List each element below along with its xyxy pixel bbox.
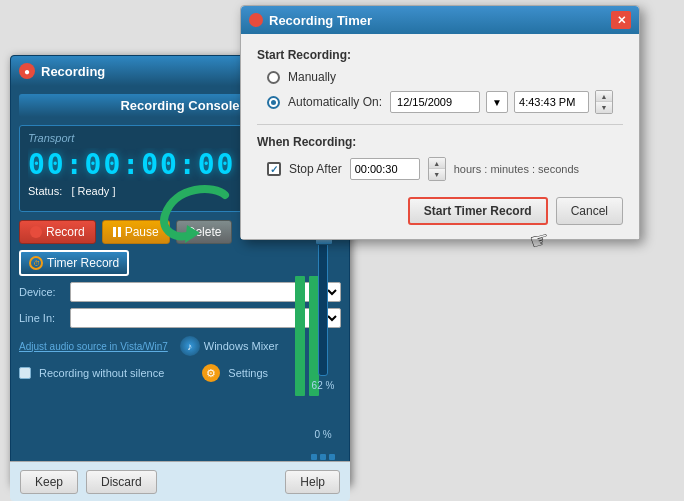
when-recording-section: When Recording: ✓ Stop After 00:00:30 ▲ … <box>257 135 623 181</box>
date-time-row: 12/15/2009 ▼ 4:43:43 PM ▲ ▼ <box>390 90 613 114</box>
timer-dialog: Recording Timer ✕ Start Recording: Manua… <box>240 5 640 240</box>
line-in-label: Line In: <box>19 312 64 324</box>
pause-label: Pause <box>125 225 159 239</box>
separator <box>257 124 623 125</box>
time-spin-up[interactable]: ▲ <box>596 91 612 102</box>
status-value: [ Ready ] <box>71 185 115 197</box>
stop-after-label: Stop After <box>289 162 342 176</box>
timer-dialog-title-left: Recording Timer <box>249 13 372 28</box>
stop-spin-down[interactable]: ▼ <box>429 169 445 180</box>
stop-after-checkbox[interactable]: ✓ <box>267 162 281 176</box>
record-icon <box>30 226 42 238</box>
device-row: Device: Line In: <box>19 282 341 328</box>
device-label: Device: <box>19 286 64 298</box>
time-input[interactable]: 4:43:43 PM <box>514 91 589 113</box>
radio-selected-dot <box>271 100 276 105</box>
help-button[interactable]: Help <box>285 470 340 494</box>
timer-dialog-body: Start Recording: Manually Automatically … <box>241 34 639 239</box>
device-field: Device: <box>19 282 341 302</box>
manually-radio-row: Manually <box>267 70 623 84</box>
adjust-audio-link[interactable]: Adjust audio source in Vista/Win7 <box>19 341 168 352</box>
status-label: Status: <box>28 185 62 197</box>
date-dropdown-btn[interactable]: ▼ <box>486 91 508 113</box>
stop-after-value: 00:00:30 <box>355 163 398 175</box>
manually-radio[interactable] <box>267 71 280 84</box>
timer-record-label: Timer Record <box>47 256 119 270</box>
stop-after-input[interactable]: 00:00:30 <box>350 158 420 180</box>
record-label: Record <box>46 225 85 239</box>
pause-icon <box>113 227 121 237</box>
silence-checkbox[interactable] <box>19 367 31 379</box>
start-timer-record-button[interactable]: Start Timer Record <box>408 197 548 225</box>
volume-percent-bottom: 0 % <box>314 429 331 440</box>
keep-button[interactable]: Keep <box>20 470 78 494</box>
automatically-label: Automatically On: <box>288 95 382 109</box>
settings-label: Settings <box>228 367 268 379</box>
timer-dialog-titlebar: Recording Timer ✕ <box>241 6 639 34</box>
dialog-buttons: Start Timer Record Cancel <box>257 197 623 225</box>
volume-percent-top: 62 % <box>312 380 335 391</box>
windows-mixer-label: Windows Mixer <box>204 340 279 352</box>
arrow-decoration <box>155 175 235 255</box>
automatically-radio-row: Automatically On: 12/15/2009 ▼ 4:43:43 P… <box>267 90 623 114</box>
hms-label: hours : minutes : seconds <box>454 163 579 175</box>
silence-row: Recording without silence ⚙ Settings <box>19 364 341 382</box>
bottom-bar: Keep Discard Help <box>10 461 350 501</box>
manually-label: Manually <box>288 70 336 84</box>
when-recording-label: When Recording: <box>257 135 623 149</box>
windows-mixer-button[interactable]: ♪ Windows Mixer <box>180 336 279 356</box>
automatically-radio[interactable] <box>267 96 280 109</box>
timer-dialog-close-button[interactable]: ✕ <box>611 11 631 29</box>
links-row: Adjust audio source in Vista/Win7 ♪ Wind… <box>19 336 341 356</box>
timer-dialog-icon <box>249 13 263 27</box>
record-button[interactable]: Record <box>19 220 96 244</box>
time-value: 4:43:43 PM <box>519 96 575 108</box>
silence-label: Recording without silence <box>39 367 164 379</box>
svg-marker-0 <box>185 225 200 243</box>
stop-after-row: ✓ Stop After 00:00:30 ▲ ▼ hours : minute… <box>267 157 623 181</box>
date-value: 12/15/2009 <box>397 96 452 108</box>
stop-spin-up[interactable]: ▲ <box>429 158 445 169</box>
time-spin-down[interactable]: ▼ <box>596 102 612 113</box>
recording-title: Recording <box>41 64 105 79</box>
discard-button[interactable]: Discard <box>86 470 157 494</box>
clock-icon: ⏱ <box>29 256 43 270</box>
start-recording-label: Start Recording: <box>257 48 623 62</box>
timer-record-button[interactable]: ⏱ Timer Record <box>19 250 129 276</box>
cancel-button[interactable]: Cancel <box>556 197 623 225</box>
recording-app-icon: ● <box>19 63 35 79</box>
stop-spin-buttons: ▲ ▼ <box>428 157 446 181</box>
line-in-field: Line In: <box>19 308 341 328</box>
date-input[interactable]: 12/15/2009 <box>390 91 480 113</box>
windows-mixer-icon: ♪ <box>180 336 200 356</box>
gear-icon[interactable]: ⚙ <box>202 364 220 382</box>
time-spin-buttons: ▲ ▼ <box>595 90 613 114</box>
timer-dialog-title: Recording Timer <box>269 13 372 28</box>
